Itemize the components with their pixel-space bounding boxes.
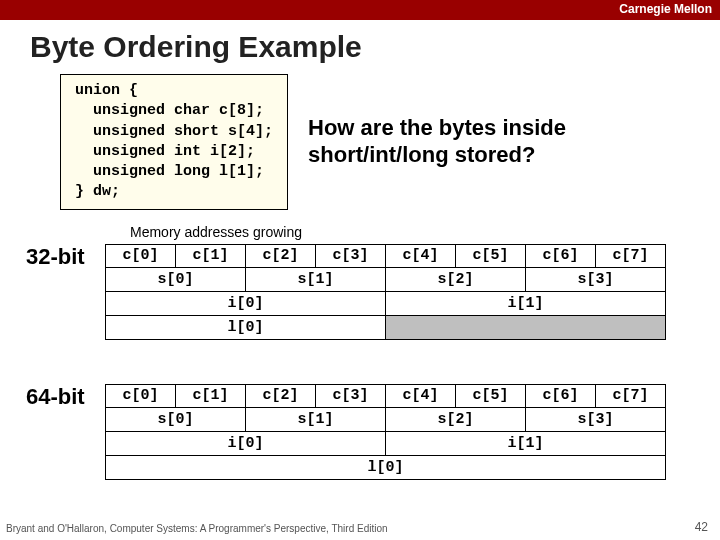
footer-text: Bryant and O'Hallaron, Computer Systems:… [6, 523, 388, 534]
cell: c[1] [176, 384, 246, 408]
cell: c[3] [316, 384, 386, 408]
question-text: How are the bytes inside short/int/long … [308, 115, 566, 168]
row-i-64: i[0] i[1] [105, 432, 666, 456]
cell: c[0] [106, 384, 176, 408]
memory-caption: Memory addresses growing [130, 224, 720, 240]
org-label: Carnegie Mellon [619, 2, 712, 16]
row-c-64: c[0] c[1] c[2] c[3] c[4] c[5] c[6] c[7] [105, 384, 666, 408]
cell: c[2] [246, 244, 316, 268]
cell: c[4] [386, 384, 456, 408]
cell: i[0] [106, 292, 386, 316]
row-s-64: s[0] s[1] s[2] s[3] [105, 408, 666, 432]
block-64bit: 64-bit c[0] c[1] c[2] c[3] c[4] c[5] c[6… [0, 384, 720, 496]
cell: c[5] [456, 244, 526, 268]
cell: c[6] [526, 244, 596, 268]
cell: c[0] [106, 244, 176, 268]
cell: l[0] [106, 316, 386, 340]
cell: i[1] [386, 292, 666, 316]
row-l-64: l[0] [105, 456, 666, 480]
cell: c[7] [596, 384, 666, 408]
cell: s[3] [526, 408, 666, 432]
label-32bit: 32-bit [26, 244, 85, 270]
cell-gray [386, 316, 666, 340]
question-line-1: How are the bytes inside [308, 115, 566, 141]
cell: s[2] [386, 268, 526, 292]
page-number: 42 [695, 520, 708, 534]
cell: l[0] [106, 456, 666, 480]
cell: s[0] [106, 268, 246, 292]
cell: s[0] [106, 408, 246, 432]
block-32bit: 32-bit c[0] c[1] c[2] c[3] c[4] c[5] c[6… [0, 244, 720, 356]
cell: s[3] [526, 268, 666, 292]
cell: c[4] [386, 244, 456, 268]
cell: c[6] [526, 384, 596, 408]
label-64bit: 64-bit [26, 384, 85, 410]
code-union: union { unsigned char c[8]; unsigned sho… [60, 74, 288, 210]
cell: c[7] [596, 244, 666, 268]
cell: c[2] [246, 384, 316, 408]
cell: c[5] [456, 384, 526, 408]
table-32: c[0] c[1] c[2] c[3] c[4] c[5] c[6] c[7] … [105, 244, 666, 340]
row-l-32: l[0] [105, 316, 666, 340]
question-line-2: short/int/long stored? [308, 142, 566, 168]
cell: i[1] [386, 432, 666, 456]
row-i-32: i[0] i[1] [105, 292, 666, 316]
row-c-32: c[0] c[1] c[2] c[3] c[4] c[5] c[6] c[7] [105, 244, 666, 268]
cell: i[0] [106, 432, 386, 456]
row-s-32: s[0] s[1] s[2] s[3] [105, 268, 666, 292]
top-row: union { unsigned char c[8]; unsigned sho… [60, 74, 720, 210]
cell: s[1] [246, 268, 386, 292]
cell: s[1] [246, 408, 386, 432]
cell: c[1] [176, 244, 246, 268]
header-bar: Carnegie Mellon [0, 0, 720, 20]
table-64: c[0] c[1] c[2] c[3] c[4] c[5] c[6] c[7] … [105, 384, 666, 480]
cell: c[3] [316, 244, 386, 268]
slide-title: Byte Ordering Example [30, 30, 720, 64]
cell: s[2] [386, 408, 526, 432]
